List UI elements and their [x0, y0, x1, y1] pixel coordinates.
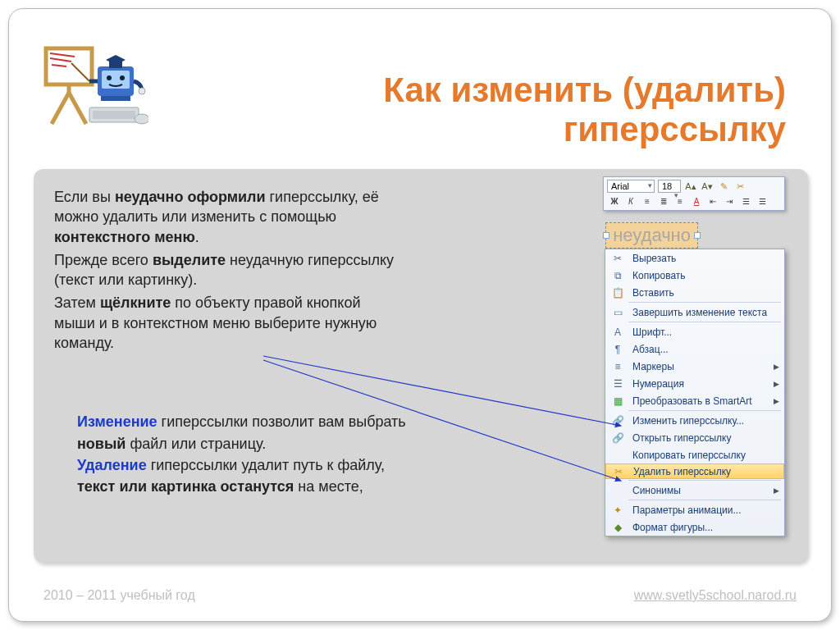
- ctx-open-hyperlink[interactable]: 🔗Открыть гиперссылку: [605, 429, 784, 446]
- slide: Как изменить (удалить) гиперссылку Если …: [8, 8, 832, 622]
- clipart-svg: [42, 42, 148, 132]
- svg-point-17: [139, 88, 145, 94]
- font-size-combo[interactable]: 18: [658, 180, 681, 193]
- svg-rect-16: [109, 62, 122, 68]
- ctx-edit-hyperlink[interactable]: 🔗Изменить гиперссылку...: [605, 412, 784, 429]
- shrink-font-icon[interactable]: A▾: [701, 180, 714, 193]
- cut-icon: ✂: [609, 249, 627, 267]
- numbering-icon: ☰: [609, 375, 627, 392]
- indent-decrease-icon[interactable]: ⇤: [705, 194, 720, 208]
- edit-hyperlink-icon: 🔗: [609, 412, 627, 429]
- mini-toolbar[interactable]: Arial 18 A▴ A▾ ✎ ✂ Ж К ≡ ≣ ≡ A ⇤ ⇥ ☰ ☰: [603, 176, 785, 211]
- animation-icon: ✦: [609, 501, 627, 518]
- ctx-copy-hyperlink[interactable]: Копировать гиперссылку: [605, 446, 784, 463]
- svg-point-15: [135, 114, 148, 124]
- paragraph-icon: ¶: [609, 340, 627, 358]
- font-name-combo[interactable]: Arial: [607, 180, 655, 193]
- context-menu[interactable]: ✂Вырезать ⧉Копировать 📋Вставить ▭Заверши…: [605, 249, 785, 536]
- smartart-icon: ▦: [609, 392, 627, 409]
- paragraph-1: Если вы неудачно оформили гиперссылку, е…: [54, 187, 570, 247]
- ctx-bullets[interactable]: ≡Маркеры▶: [605, 358, 784, 375]
- clipart-teacher-computer: [42, 42, 148, 135]
- format-painter-icon[interactable]: ✂: [733, 180, 746, 193]
- blue-note-block: Изменение гиперссылки позволит вам выбра…: [54, 412, 570, 496]
- align-center-icon[interactable]: ≣: [656, 194, 671, 208]
- ctx-font[interactable]: AШрифт...: [605, 323, 784, 340]
- submenu-arrow-icon: ▶: [774, 363, 779, 371]
- selected-hyperlink-text[interactable]: неудачно: [605, 222, 698, 249]
- submenu-arrow-icon: ▶: [774, 486, 779, 495]
- ctx-synonyms[interactable]: Синонимы▶: [605, 482, 784, 499]
- copy-icon: ⧉: [609, 267, 627, 284]
- ctx-numbering[interactable]: ☰Нумерация▶: [605, 375, 784, 392]
- paste-icon: 📋: [609, 284, 627, 301]
- bold-button[interactable]: Ж: [607, 194, 622, 208]
- paragraph-2: Прежде всего выделите неудачную гиперссы…: [54, 250, 570, 290]
- title-line-2: гиперссылку: [564, 110, 786, 148]
- ctx-cut[interactable]: ✂Вырезать: [605, 249, 784, 267]
- svg-line-6: [69, 93, 86, 124]
- italic-button[interactable]: К: [623, 194, 638, 208]
- ctx-format-shape[interactable]: ◆Формат фигуры...: [605, 518, 784, 536]
- paragraph-3: Затем щёлкните по объекту правой кнопкой…: [54, 293, 570, 353]
- style-icon[interactable]: ✎: [717, 180, 730, 193]
- bullets-icon[interactable]: ☰: [738, 194, 753, 208]
- open-hyperlink-icon: 🔗: [609, 429, 627, 446]
- submenu-arrow-icon: ▶: [774, 397, 779, 405]
- bullets-icon: ≡: [609, 358, 627, 375]
- svg-rect-14: [93, 111, 135, 119]
- numbering-icon[interactable]: ☰: [755, 194, 769, 208]
- align-left-icon[interactable]: ≡: [640, 194, 655, 208]
- format-shape-icon: ◆: [609, 518, 627, 536]
- grow-font-icon[interactable]: A▴: [684, 180, 697, 193]
- ctx-convert-smartart[interactable]: ▦Преобразовать в SmartArt▶: [605, 392, 784, 409]
- ctx-end-edit-text[interactable]: ▭Завершить изменение текста: [605, 304, 784, 321]
- footer-link[interactable]: www.svetly5school.narod.ru: [634, 588, 797, 603]
- submenu-arrow-icon: ▶: [774, 380, 779, 388]
- title-line-1: Как изменить (удалить): [383, 71, 786, 109]
- svg-rect-12: [101, 96, 130, 101]
- slide-title: Как изменить (удалить) гиперссылку: [179, 71, 786, 150]
- remove-hyperlink-icon: ✂: [609, 463, 628, 480]
- font-color-icon[interactable]: A: [689, 194, 704, 208]
- ctx-animation-params[interactable]: ✦Параметры анимации...: [605, 501, 784, 518]
- svg-line-5: [52, 93, 69, 124]
- footer-year: 2010 – 2011 учебный год: [43, 588, 195, 603]
- ctx-paragraph[interactable]: ¶Абзац...: [605, 340, 784, 358]
- ctx-paste[interactable]: 📋Вставить: [605, 284, 784, 301]
- ctx-remove-hyperlink[interactable]: ✂Удалить гиперссылку: [605, 463, 784, 479]
- exit-edit-icon: ▭: [609, 304, 627, 321]
- svg-point-11: [120, 75, 125, 80]
- indent-increase-icon[interactable]: ⇥: [722, 194, 737, 208]
- font-icon: A: [609, 323, 627, 340]
- ctx-copy[interactable]: ⧉Копировать: [605, 267, 784, 284]
- svg-point-10: [107, 75, 112, 80]
